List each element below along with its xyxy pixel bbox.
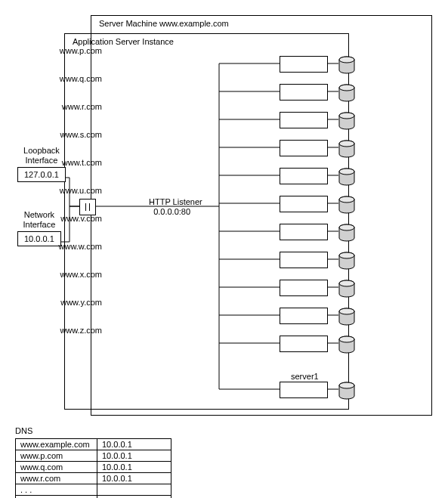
svg-point-11 (339, 196, 354, 203)
dns-title: DNS (15, 426, 171, 435)
database-icon (338, 196, 355, 214)
dns-ip (97, 484, 171, 496)
vhost-box (280, 308, 328, 324)
dns-host: . . . (16, 484, 97, 496)
loopback-ip: 127.0.0.1 (17, 167, 66, 182)
vhost-box (280, 280, 328, 296)
dns-host: www.z.com (16, 496, 97, 499)
vhost-label: www.w.com (59, 242, 102, 251)
database-icon (338, 140, 355, 158)
network-ip: 10.0.0.1 (17, 231, 61, 246)
vhost-box (280, 196, 328, 212)
dns-host: www.r.com (16, 473, 97, 484)
virtual-hosting-diagram: Server Machine www.example.com Applicati… (15, 15, 433, 483)
database-icon (338, 112, 355, 130)
vhost-box (280, 140, 328, 156)
database-icon (338, 56, 355, 74)
database-icon (338, 382, 355, 400)
listener-label-2: 0.0.0.0:80 (153, 207, 190, 216)
svg-point-15 (339, 252, 354, 258)
default-name: server1 (291, 372, 319, 381)
network-interface: Network Interface 10.0.0.1 (17, 210, 61, 246)
dns-row: www.r.com10.0.0.1 (16, 473, 171, 484)
svg-point-13 (339, 224, 354, 230)
dns-row: www.z.com10.0.0.1 (16, 496, 171, 499)
vhost-label: www.x.com (60, 270, 102, 279)
dns-row: www.example.com10.0.0.1 (16, 439, 171, 450)
vhost-label: www.y.com (60, 298, 102, 307)
vhost-box (280, 382, 328, 398)
svg-point-5 (339, 113, 354, 119)
vhost-box (280, 336, 328, 352)
dns-host: www.example.com (16, 439, 97, 450)
database-icon (338, 84, 355, 102)
dns-table: www.example.com10.0.0.1www.p.com10.0.0.1… (15, 438, 171, 498)
vhost-box (280, 56, 328, 73)
http-listener: HTTP Listener 0.0.0.0:80 (149, 197, 202, 217)
listener-label-1: HTTP Listener (149, 197, 202, 206)
vhost-box (280, 252, 328, 268)
network-label-1: Network (24, 210, 54, 219)
vhost-box (280, 112, 328, 128)
dns-row: www.q.com10.0.0.1 (16, 462, 171, 473)
svg-point-19 (339, 308, 354, 314)
database-icon (338, 224, 355, 242)
database-icon (338, 252, 355, 270)
dns-host: www.q.com (16, 462, 97, 473)
database-icon (338, 168, 355, 186)
dns-host: www.p.com (16, 450, 97, 462)
vhost-label: www.q.com (60, 74, 102, 83)
nic-icon (79, 199, 96, 215)
svg-point-9 (339, 169, 354, 175)
vhost-box (280, 84, 328, 101)
svg-point-21 (339, 336, 354, 342)
vhost-label: www.t.com (62, 158, 102, 167)
server-machine-title: Server Machine www.example.com (99, 19, 229, 28)
vhost-box (280, 224, 328, 240)
loopback-label-1: Loopback (23, 146, 60, 155)
svg-point-17 (339, 280, 354, 286)
database-icon (338, 308, 355, 326)
vhost-label: www.r.com (62, 102, 102, 111)
vhost-label: www.s.com (60, 130, 102, 139)
dns-row: www.p.com10.0.0.1 (16, 450, 171, 462)
dns-ip: 10.0.0.1 (97, 450, 171, 462)
dns-ip: 10.0.0.1 (97, 473, 171, 484)
vhost-box (280, 168, 328, 184)
vhost-label: www.u.com (60, 186, 102, 195)
app-server-title: Application Server Instance (73, 37, 174, 46)
svg-point-7 (339, 141, 354, 147)
svg-point-23 (339, 382, 354, 388)
vhost-label: www.p.com (60, 46, 102, 55)
database-icon (338, 280, 355, 298)
vhost-label: www.z.com (60, 326, 102, 335)
dns-ip: 10.0.0.1 (97, 496, 171, 499)
dns-block: DNS www.example.com10.0.0.1www.p.com10.0… (15, 426, 171, 498)
dns-ip: 10.0.0.1 (97, 439, 171, 450)
vhost-label: www.v.com (60, 214, 102, 223)
svg-point-1 (339, 57, 354, 63)
loopback-interface: Loopback Interface 127.0.0.1 (17, 146, 66, 182)
dns-row: . . . (16, 484, 171, 496)
database-icon (338, 336, 355, 354)
dns-ip: 10.0.0.1 (97, 462, 171, 473)
network-label-2: Interface (23, 220, 55, 229)
svg-point-3 (339, 85, 354, 91)
loopback-label-2: Interface (26, 156, 58, 165)
